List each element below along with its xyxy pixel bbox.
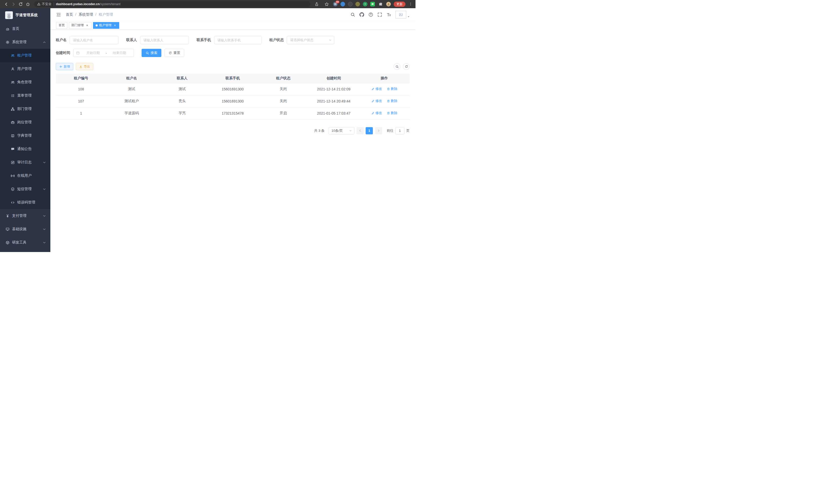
cell-phone: 15601691300 xyxy=(207,95,258,107)
tenant-name-input[interactable] xyxy=(69,36,118,44)
edit-link[interactable]: 修改 xyxy=(371,111,382,115)
add-button[interactable]: 新增 xyxy=(56,63,73,70)
sidebar-item-sms-management[interactable]: 短信管理 xyxy=(0,182,50,196)
column-created-at: 创建时间 xyxy=(309,74,359,83)
bookmark-star-icon[interactable] xyxy=(323,1,330,8)
sidebar-item-label: 在线用户 xyxy=(17,173,32,178)
sidebar-item-devtools[interactable]: 研发工具 xyxy=(0,236,50,249)
sidebar-item-user-management[interactable]: 用户管理 xyxy=(0,62,50,76)
edit-pen-icon xyxy=(371,112,375,115)
user-avatar[interactable] xyxy=(396,11,410,19)
table-row: 108 测试 测试 15601691300 关闭 2021-12-14 21:0… xyxy=(56,83,409,95)
extension-blue-icon[interactable] xyxy=(341,2,345,6)
breadcrumb-home[interactable]: 首页 xyxy=(66,12,73,17)
extensions-puzzle-icon[interactable] xyxy=(378,1,383,7)
browser-forward-icon[interactable] xyxy=(10,1,17,8)
extension-tab-manager-icon[interactable]: 10 xyxy=(333,2,338,6)
browser-back-icon[interactable] xyxy=(3,1,10,8)
url-text: dashboard.yudao.iocoder.cn/system/tenant xyxy=(56,2,120,6)
tab-dept-management[interactable]: 部门管理 xyxy=(69,22,91,29)
export-button[interactable]: 导出 xyxy=(76,63,93,70)
current-page-button[interactable]: 1 xyxy=(366,127,373,135)
status-select[interactable]: 请选择租户状态 xyxy=(287,36,334,44)
page-content: 租户名 联系人 联系手机 租户状态 请选择租户状态 xyxy=(50,30,416,252)
sidebar-item-label: 菜单管理 xyxy=(17,93,32,98)
edit-link[interactable]: 修改 xyxy=(371,99,382,103)
export-button-label: 导出 xyxy=(84,64,90,69)
sidebar-item-audit-log[interactable]: 审计日志 xyxy=(0,156,50,169)
reset-button[interactable]: 重置 xyxy=(165,49,184,57)
sidebar-toggle-icon[interactable] xyxy=(56,12,61,17)
sidebar-item-role-management[interactable]: 角色管理 xyxy=(0,76,50,89)
delete-link-label: 删除 xyxy=(391,111,398,115)
close-icon[interactable] xyxy=(113,24,117,27)
yen-icon xyxy=(6,214,9,218)
next-page-button[interactable] xyxy=(375,127,382,135)
fullscreen-icon[interactable] xyxy=(377,12,382,17)
security-indicator[interactable]: 不安全 xyxy=(37,2,52,6)
tab-home[interactable]: 首页 xyxy=(56,22,67,29)
delete-link[interactable]: 删除 xyxy=(387,99,398,103)
tab-label: 首页 xyxy=(59,23,65,28)
sidebar-item-dept-management[interactable]: 部门管理 xyxy=(0,102,50,116)
app-logo[interactable]: 芋道管理系统 xyxy=(0,8,50,22)
status-label: 租户状态 xyxy=(269,38,284,42)
delete-link[interactable]: 删除 xyxy=(387,111,398,115)
edit-link[interactable]: 修改 xyxy=(371,87,382,91)
help-icon[interactable] xyxy=(369,12,373,17)
search-button[interactable]: 搜索 xyxy=(142,49,161,57)
address-bar[interactable]: 不安全 dashboard.yudao.iocoder.cn/system/te… xyxy=(34,1,310,7)
sidebar-item-home[interactable]: 首页 xyxy=(0,22,50,35)
share-icon[interactable] xyxy=(313,1,320,8)
prev-page-button[interactable] xyxy=(356,127,364,135)
refresh-table-icon[interactable] xyxy=(403,63,409,70)
tenant-table: 租户编号 租户名 联系人 联系手机 租户状态 创建时间 操作 108 测试 测试 xyxy=(56,74,409,119)
extension-chat-icon[interactable] xyxy=(370,2,375,6)
app-title: 芋道管理系统 xyxy=(16,13,38,18)
table-header-row: 租户编号 租户名 联系人 联系手机 租户状态 创建时间 操作 xyxy=(56,74,409,83)
page-size-select[interactable]: 10条/页 xyxy=(328,127,354,135)
sidebar-item-post-management[interactable]: 岗位管理 xyxy=(0,116,50,129)
header-search-icon[interactable] xyxy=(350,12,355,17)
browser-update-button[interactable]: 更新 xyxy=(394,2,405,7)
browser-menu-kebab-icon[interactable] xyxy=(408,2,413,6)
sidebar-item-error-code[interactable]: 错误码管理 xyxy=(0,196,50,209)
delete-link[interactable]: 删除 xyxy=(387,87,398,91)
sidebar-item-tenant-management[interactable]: 租户管理 xyxy=(0,49,50,62)
trash-icon xyxy=(387,99,390,103)
cell-actions: 修改 删除 xyxy=(359,107,409,119)
sidebar-item-infrastructure[interactable]: 基础设施 xyxy=(0,223,50,236)
phone-input[interactable] xyxy=(214,36,262,44)
cell-phone: 17321315478 xyxy=(207,107,258,119)
browser-home-icon[interactable] xyxy=(24,1,31,8)
sidebar-item-notice[interactable]: 通知公告 xyxy=(0,142,50,156)
breadcrumb-system[interactable]: 系统管理 xyxy=(73,12,93,17)
extension-green-circle-icon[interactable]: Y xyxy=(363,2,368,6)
top-navbar: 首页 系统管理 租户管理 xyxy=(50,8,416,21)
goto-page-input[interactable] xyxy=(395,127,404,135)
tab-tenant-management[interactable]: 租户管理 xyxy=(93,22,119,29)
font-size-icon[interactable] xyxy=(386,12,391,17)
toggle-search-icon[interactable] xyxy=(394,63,400,70)
sidebar-item-payment[interactable]: 支付管理 xyxy=(0,209,50,223)
profile-avatar-icon[interactable] xyxy=(386,2,391,6)
pagination-total: 共 3 条 xyxy=(314,128,324,133)
sidebar-item-label: 错误码管理 xyxy=(17,200,35,205)
date-range-picker[interactable]: 开始日期 - 结束日期 xyxy=(73,49,134,57)
chevron-down-icon xyxy=(42,227,46,231)
cell-actions: 修改 删除 xyxy=(359,83,409,95)
extension-dark-icon[interactable] xyxy=(348,2,352,6)
browser-refresh-icon[interactable] xyxy=(17,1,24,8)
sidebar-item-dict-management[interactable]: 字典管理 xyxy=(0,129,50,142)
table-row: 107 测试租户 秃头 15601691300 关闭 2021-12-14 20… xyxy=(56,95,409,107)
sidebar-item-system-management[interactable]: 系统管理 xyxy=(0,35,50,49)
contact-input[interactable] xyxy=(140,36,189,44)
sidebar-item-menu-management[interactable]: 菜单管理 xyxy=(0,89,50,102)
extension-olive-icon[interactable] xyxy=(355,2,360,6)
column-status: 租户状态 xyxy=(258,74,309,83)
github-icon[interactable] xyxy=(360,12,364,17)
code-icon xyxy=(11,201,15,205)
announcement-icon xyxy=(11,147,15,151)
close-icon[interactable] xyxy=(85,24,89,27)
sidebar-item-online-users[interactable]: 在线用户 xyxy=(0,169,50,182)
